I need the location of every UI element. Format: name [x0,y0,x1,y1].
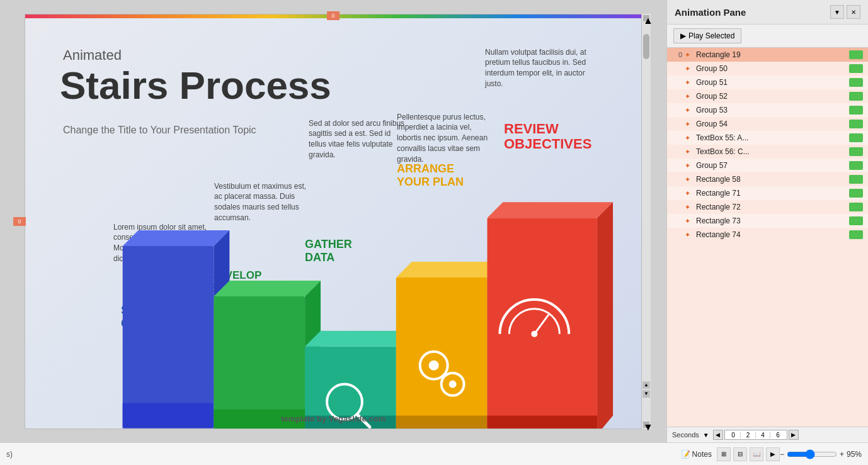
anim-green-bar [849,175,863,184]
timeline-prev-btn[interactable]: ◀ [713,430,723,440]
template-site: Vegaslide.com [329,414,385,423]
scroll-down-btn[interactable]: ▼ [643,422,649,428]
timeline-next-btn[interactable]: ▶ [789,430,799,440]
notes-button[interactable]: 📝 Notes [681,450,712,459]
svg-point-38 [531,330,537,337]
anim-list-item[interactable]: ✦ Rectangle 73 [667,214,868,228]
anim-green-bar [849,203,863,211]
anim-green-bar [849,78,863,87]
svg-marker-35 [597,202,613,429]
anim-green-bar [849,50,863,59]
text-block-5: Nullam volutpat facilisis dui, at pretiu… [485,47,602,89]
anim-list-item[interactable]: ✦ Group 50 [667,62,868,76]
timeline-header: Seconds ▼ ◀ 0 2 4 6 ▶ [672,430,863,440]
anim-green-bar [849,189,863,198]
anim-pane-title: Animation Pane [675,7,746,18]
zoom-in-icon[interactable]: + [840,450,844,459]
anim-item-name: Group 53 [696,106,847,115]
zoom-out-icon[interactable]: − [780,450,784,459]
anim-green-bar [849,64,863,73]
anim-star-icon: ✦ [685,217,694,225]
anim-star-icon: ✦ [685,176,694,184]
anim-item-name: Rectangle 74 [696,230,847,239]
anim-list-item[interactable]: ✦ Group 53 [667,103,868,117]
anim-green-bar [849,161,863,170]
status-middle: 📝 Notes ⊞ ⊟ 📖 ▶ [681,447,780,461]
scroll-btn-1[interactable]: ▲ [642,381,650,389]
anim-green-bar [849,106,863,115]
anim-controls-top: ▼ ✕ [830,5,860,19]
anim-list-item[interactable]: ✦ Rectangle 72 [667,200,868,214]
anim-star-icon: ✦ [685,79,694,87]
scroll-btn-2[interactable]: ▼ [642,390,650,398]
anim-list-item[interactable]: ✦ Group 51 [667,76,868,89]
anim-green-bar [849,120,863,128]
anim-star-icon: ✦ [685,51,694,59]
anim-timeline: Seconds ▼ ◀ 0 2 4 6 ▶ [667,427,868,442]
anim-green-bar [849,147,863,156]
play-icon: ▶ [680,31,686,40]
anim-list-item[interactable]: ✦ Rectangle 58 [667,172,868,186]
svg-point-32 [449,380,457,388]
anim-star-icon: ✦ [685,120,694,128]
slide-area: 0 0 0 0 0 0 0 0 0 0 0 0 Animated [0,0,666,442]
anim-list-item[interactable]: ✦ Group 54 [667,117,868,131]
anim-item-name: Group 54 [696,120,847,128]
seconds-label: Seconds [672,431,699,439]
anim-list-item[interactable]: ✦ TextBox 56: C... [667,145,868,159]
svg-marker-20 [305,330,412,346]
anim-list-item[interactable]: ✦ TextBox 55: A... [667,131,868,145]
normal-view-btn[interactable]: ⊞ [717,447,731,461]
anim-list-item[interactable]: ✦ Group 57 [667,159,868,172]
anim-star-icon: ✦ [685,231,694,239]
play-selected-label: Play Selected [688,31,734,40]
anim-green-bar [849,133,863,142]
anim-list[interactable]: 0 ✦ Rectangle 19 ✦ Group 50 ✦ Group 51 ✦… [667,48,868,427]
svg-marker-26 [396,262,503,277]
slide-canvas-wrapper: 0 0 0 0 0 0 0 0 0 0 0 0 Animated [25,14,642,429]
slide-title-sub: Animated [63,47,122,64]
svg-point-30 [429,360,439,370]
zoom-area: − + 95% [780,449,862,459]
svg-marker-10 [214,280,321,296]
anim-green-bar [849,230,863,239]
seconds-dropdown-icon: ▼ [703,432,709,439]
slide-canvas[interactable]: Animated Stairs Process Change the Title… [25,14,642,429]
anim-item-name: Rectangle 19 [696,50,847,59]
anim-star-icon: ✦ [685,106,694,115]
anim-item-name: Rectangle 72 [696,203,847,211]
template-credit-text: template by [281,414,329,423]
status-left: s) [6,450,681,459]
anim-item-number: 0 [672,51,682,59]
play-selected-btn[interactable]: ▶ Play Selected [673,28,741,43]
anim-list-item[interactable]: ✦ Group 52 [667,89,868,103]
scroll-up-btn[interactable]: ▲ [643,15,649,21]
anim-list-item[interactable]: ✦ Rectangle 71 [667,186,868,200]
anim-star-icon: ✦ [685,65,694,73]
anim-list-item[interactable]: ✦ Rectangle 74 [667,228,868,242]
anim-item-name: Group 52 [696,92,847,101]
zoom-value: 95% [847,450,862,459]
svg-rect-0 [123,246,214,428]
anim-green-bar [849,92,863,101]
anim-star-icon: ✦ [685,148,694,156]
anim-star-icon: ✦ [685,134,694,142]
zoom-slider[interactable] [787,449,837,459]
slide-scrollbar[interactable]: ▲ ▼ ▲ ▼ [642,14,651,429]
notes-icon: 📝 [681,450,690,459]
anim-item-name: Rectangle 58 [696,175,847,184]
anim-item-name: Group 57 [696,161,847,170]
scroll-thumb[interactable] [643,34,649,59]
anim-item-name: Rectangle 73 [696,216,847,225]
status-text: s) [6,450,13,459]
slideshow-btn[interactable]: ▶ [766,447,780,461]
anim-close-btn[interactable]: ✕ [847,5,860,19]
anim-toolbar: ▶ Play Selected [667,25,868,48]
anim-collapse-btn[interactable]: ▼ [830,5,844,19]
animation-pane: Animation Pane ▼ ✕ ▶ Play Selected 0 ✦ R… [666,0,868,442]
ruler-marker-left-6: 0 [13,217,26,226]
slide-sorter-btn[interactable]: ⊟ [733,447,747,461]
anim-list-item[interactable]: 0 ✦ Rectangle 19 [667,48,868,62]
reading-view-btn[interactable]: 📖 [750,447,763,461]
status-bar: s) 📝 Notes ⊞ ⊟ 📖 ▶ − + 95% [0,442,868,465]
